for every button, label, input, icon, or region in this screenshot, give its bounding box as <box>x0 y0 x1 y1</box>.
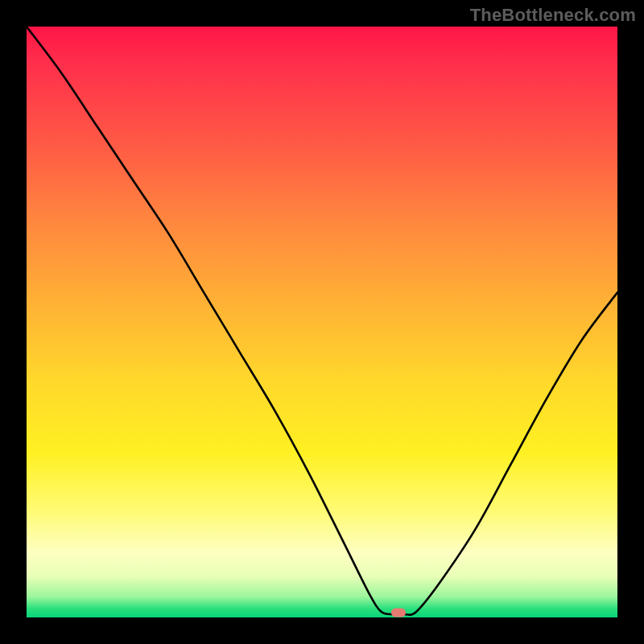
curve-path <box>27 27 617 615</box>
plot-area <box>27 27 617 617</box>
optimum-marker <box>391 609 406 617</box>
bottleneck-curve <box>27 27 617 617</box>
watermark-text: TheBottleneck.com <box>470 5 636 26</box>
chart-frame: TheBottleneck.com <box>0 0 644 644</box>
